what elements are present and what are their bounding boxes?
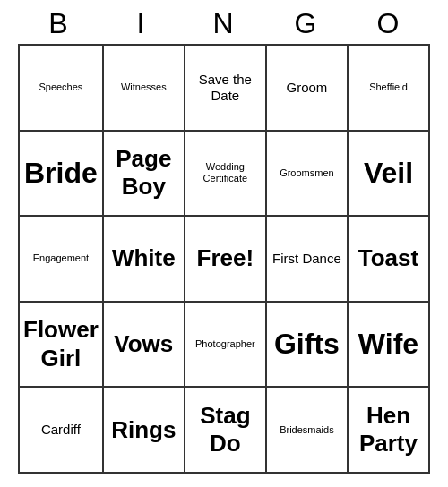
cell-text: Witnesses xyxy=(121,81,167,93)
cell-text: Wedding Certificate xyxy=(189,161,262,184)
cell-text: Photographer xyxy=(195,338,255,350)
cell-text: Groomsmen xyxy=(280,167,334,179)
cell-r0-c0: Speeches xyxy=(19,45,103,131)
cell-text: Engagement xyxy=(33,252,89,264)
cell-text: Toast xyxy=(358,244,418,272)
cell-text: Groom xyxy=(286,80,327,96)
cell-text: Bride xyxy=(24,156,98,190)
cell-text: Save the Date xyxy=(189,72,262,104)
cell-text: Flower Girl xyxy=(23,316,99,372)
cell-r3-c2: Photographer xyxy=(185,302,266,388)
cell-r0-c1: Witnesses xyxy=(103,45,185,131)
cell-text: Veil xyxy=(364,156,413,190)
cell-r1-c3: Groomsmen xyxy=(266,131,348,217)
header-letter: N xyxy=(185,7,263,40)
header-letter: B xyxy=(21,7,98,40)
cell-r4-c3: Bridesmaids xyxy=(266,387,348,473)
cell-text: Bridesmaids xyxy=(280,424,334,436)
cell-r1-c2: Wedding Certificate xyxy=(185,131,266,217)
header-letter: I xyxy=(103,7,180,40)
header-letter: O xyxy=(350,7,427,40)
cell-text: Vows xyxy=(114,330,173,358)
cell-r2-c2: Free! xyxy=(185,216,266,302)
bingo-grid: SpeechesWitnessesSave the DateGroomSheff… xyxy=(18,44,430,474)
cell-r3-c3: Gifts xyxy=(266,302,348,388)
cell-text: First Dance xyxy=(272,251,341,267)
cell-r1-c1: Page Boy xyxy=(103,131,185,217)
bingo-header: BINGO xyxy=(18,0,430,44)
cell-r2-c0: Engagement xyxy=(19,216,103,302)
cell-r1-c0: Bride xyxy=(19,131,103,217)
header-letter: G xyxy=(268,7,345,40)
cell-text: Speeches xyxy=(39,81,82,93)
cell-r2-c4: Toast xyxy=(348,216,429,302)
cell-text: Wife xyxy=(358,327,418,361)
cell-r4-c2: Stag Do xyxy=(185,387,266,473)
cell-text: Stag Do xyxy=(189,402,262,457)
cell-text: Free! xyxy=(197,244,254,272)
cell-text: Rings xyxy=(111,416,176,444)
cell-r0-c2: Save the Date xyxy=(185,45,266,131)
cell-r4-c4: Hen Party xyxy=(348,387,429,473)
cell-r3-c0: Flower Girl xyxy=(19,302,103,388)
cell-r2-c3: First Dance xyxy=(266,216,348,302)
cell-text: Cardiff xyxy=(41,422,81,438)
cell-r4-c0: Cardiff xyxy=(19,387,103,473)
cell-text: Page Boy xyxy=(108,145,180,201)
cell-r1-c4: Veil xyxy=(348,131,429,217)
cell-r3-c1: Vows xyxy=(103,302,185,388)
cell-r0-c3: Groom xyxy=(266,45,348,131)
cell-text: Sheffield xyxy=(369,81,408,93)
cell-text: White xyxy=(112,244,176,272)
cell-r4-c1: Rings xyxy=(103,387,185,473)
cell-r3-c4: Wife xyxy=(348,302,429,388)
cell-text: Gifts xyxy=(274,327,340,361)
cell-text: Hen Party xyxy=(352,402,425,457)
cell-r2-c1: White xyxy=(103,216,185,302)
cell-r0-c4: Sheffield xyxy=(348,45,429,131)
